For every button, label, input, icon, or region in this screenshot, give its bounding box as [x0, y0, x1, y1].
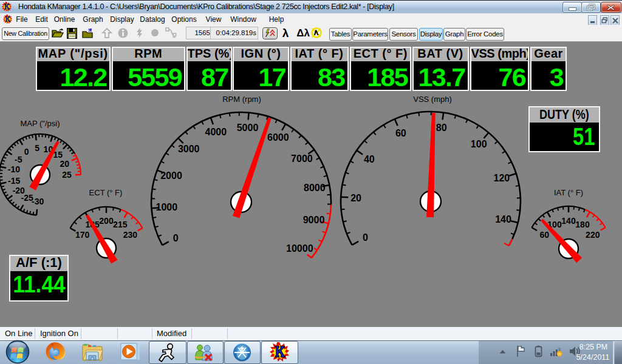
- svg-text:1000: 1000: [156, 202, 178, 212]
- svg-text:20: 20: [350, 193, 361, 203]
- svg-text:0: 0: [173, 233, 179, 243]
- svg-text:5000: 5000: [237, 123, 259, 133]
- svg-text:0: 0: [363, 232, 368, 243]
- svg-text:7000: 7000: [291, 153, 313, 164]
- svg-text:-5: -5: [15, 155, 22, 164]
- svg-text:4000: 4000: [205, 127, 227, 137]
- svg-text:-30: -30: [32, 197, 44, 206]
- svg-text:220: 220: [586, 230, 600, 240]
- svg-text:0: 0: [24, 147, 29, 157]
- svg-text:3000: 3000: [178, 144, 200, 154]
- svg-text:-10: -10: [8, 164, 20, 174]
- svg-text:170: 170: [75, 230, 90, 240]
- svg-text:230: 230: [123, 230, 138, 240]
- svg-text:-20: -20: [13, 186, 25, 195]
- svg-text:60: 60: [539, 230, 549, 240]
- svg-text:10000: 10000: [286, 243, 313, 254]
- svg-text:180: 180: [575, 220, 590, 229]
- svg-text:215: 215: [113, 220, 128, 229]
- svg-text:2000: 2000: [160, 170, 182, 181]
- svg-text:9000: 9000: [303, 215, 325, 225]
- svg-text:25: 25: [62, 170, 72, 180]
- svg-text:40: 40: [364, 154, 375, 164]
- svg-text:5: 5: [35, 143, 39, 153]
- svg-text:200: 200: [99, 216, 114, 226]
- svg-text:20: 20: [60, 159, 69, 169]
- svg-text:100: 100: [471, 139, 487, 149]
- svg-text:140: 140: [561, 216, 576, 226]
- svg-text:140: 140: [495, 214, 511, 224]
- svg-text:80: 80: [436, 123, 447, 133]
- svg-text:60: 60: [395, 128, 406, 138]
- svg-text:-15: -15: [8, 176, 20, 186]
- svg-text:120: 120: [494, 173, 510, 183]
- svg-text:8000: 8000: [304, 183, 326, 193]
- svg-text:6000: 6000: [267, 132, 289, 143]
